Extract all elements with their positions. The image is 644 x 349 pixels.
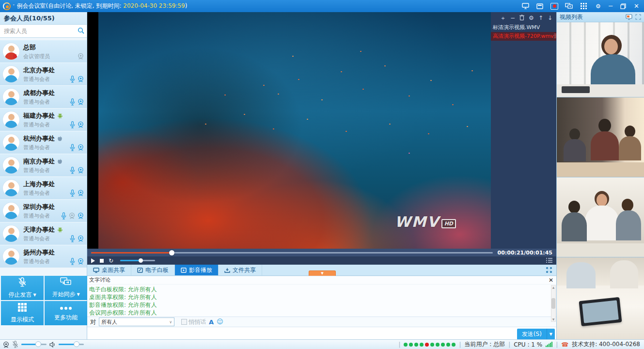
camera-icon[interactable] — [78, 167, 84, 174]
volume-slider[interactable] — [120, 260, 155, 261]
camera-status-icon[interactable] — [3, 341, 9, 348]
playlist-item[interactable]: 标清演示视频.WMV — [491, 23, 556, 32]
fullscreen-expand-icon[interactable] — [546, 265, 556, 275]
display-mode-button[interactable]: 显示模式 — [1, 301, 44, 325]
scrollbar-thumb[interactable] — [551, 298, 555, 309]
tab-whiteboard[interactable]: 电子白板 — [131, 265, 175, 275]
remove-icon[interactable]: − — [510, 15, 515, 21]
whisper-checkbox[interactable]: 悄悄话 — [181, 318, 206, 326]
video-display[interactable]: WMVHD — [87, 12, 491, 249]
participant-row[interactable]: 扬州办事处 普通与会者 — [0, 245, 87, 268]
camera-icon[interactable] — [78, 98, 84, 105]
start-sync-button[interactable]: 开始同步▼ — [45, 276, 87, 300]
move-down-icon[interactable]: ↓ — [548, 15, 552, 21]
mic-icon[interactable] — [70, 190, 75, 197]
chat-scrollbar[interactable]: ▲ ▼ — [551, 285, 556, 322]
search-icon[interactable] — [78, 27, 84, 35]
checkbox-icon[interactable] — [181, 319, 187, 325]
move-up-icon[interactable]: ↑ — [538, 15, 543, 21]
volume-handle[interactable] — [139, 258, 143, 263]
camera-icon[interactable] — [78, 121, 84, 128]
window-mode-icon[interactable] — [536, 3, 544, 10]
participant-row[interactable]: 天津办事处 普通与会者 — [0, 222, 87, 245]
minimize-icon[interactable]: ─ — [609, 3, 613, 10]
chat-close-icon[interactable]: ✕ — [549, 276, 553, 284]
collapse-panel-handle[interactable]: ▼ — [309, 270, 336, 276]
camera-off-icon[interactable] — [69, 212, 75, 219]
camera-icon[interactable] — [78, 190, 84, 196]
maximize-icon[interactable] — [619, 3, 627, 10]
stop-speaking-button[interactable]: 停止发言▼ — [1, 276, 44, 300]
tab-media-playback[interactable]: 影音播放 — [175, 265, 219, 275]
participant-list: 总部 会议管理员 北京办事处 普通与会者 成都办事处 — [0, 38, 87, 268]
participant-row[interactable]: 南京办事处 普通与会者 — [0, 154, 87, 177]
screen-share-icon[interactable] — [565, 3, 573, 10]
remote-video-thumbnail[interactable] — [557, 177, 644, 257]
presenter-view-icon[interactable] — [521, 3, 529, 10]
camera-icon[interactable] — [78, 76, 84, 82]
mic-muted-status-icon[interactable] — [12, 341, 18, 348]
scroll-up-icon[interactable]: ▲ — [552, 286, 555, 289]
add-icon[interactable]: ＋ — [500, 15, 506, 21]
expand-panel-icon[interactable] — [635, 14, 641, 20]
camera-icon[interactable] — [78, 212, 84, 219]
participant-row[interactable]: 上海办事处 普通与会者 — [0, 177, 87, 200]
participant-row[interactable]: 深圳办事处 普通与会者 — [0, 200, 87, 222]
mic-icon[interactable] — [70, 167, 75, 174]
mic-icon[interactable] — [70, 144, 75, 151]
search-input[interactable] — [3, 27, 78, 35]
app-menu-chevron-icon[interactable]: ˅ — [13, 4, 15, 9]
font-style-button[interactable]: A — [209, 318, 214, 326]
camera-icon[interactable] — [78, 258, 84, 265]
mic-volume-handle[interactable] — [35, 341, 41, 347]
chat-message: 会议同步权限: 允许所有人 — [89, 309, 550, 317]
participant-avatar — [3, 134, 19, 151]
play-button[interactable] — [91, 258, 95, 263]
gear-icon[interactable]: ⚙ — [529, 15, 534, 21]
send-options-caret-icon[interactable]: ▼ — [547, 329, 555, 340]
mic-icon[interactable] — [70, 121, 75, 128]
tab-file-share[interactable]: 文件共享 — [219, 265, 262, 275]
send-button[interactable]: 发送(S) ▼ — [517, 329, 555, 340]
participant-row[interactable]: 杭州办事处 普通与会者 — [0, 131, 87, 154]
mic-icon[interactable] — [61, 212, 66, 220]
speaker-volume-handle[interactable] — [74, 341, 79, 347]
remote-video-thumbnail[interactable] — [557, 257, 644, 339]
speaker-icon[interactable] — [49, 342, 56, 348]
speaker-volume-slider[interactable] — [59, 344, 84, 345]
playlist-item-selected[interactable]: 高清演示视频-720P.wmv删除 — [491, 32, 556, 41]
seek-handle[interactable] — [169, 250, 174, 255]
scroll-down-icon[interactable]: ▼ — [552, 317, 555, 321]
mic-volume-slider[interactable] — [21, 344, 47, 345]
mic-icon[interactable] — [70, 98, 75, 106]
camera-icon[interactable] — [78, 53, 84, 60]
mic-icon[interactable] — [70, 235, 75, 242]
tab-desktop-share[interactable]: 桌面共享 — [87, 265, 131, 275]
camera-icon[interactable] — [78, 144, 84, 151]
repeat-icon[interactable]: ↻ — [109, 258, 113, 264]
remote-video-thumbnail[interactable] — [557, 97, 644, 177]
more-functions-button[interactable]: 更多功能 — [45, 301, 87, 325]
mic-icon[interactable] — [70, 258, 75, 265]
seek-bar[interactable] — [91, 252, 493, 254]
stop-button[interactable] — [100, 259, 104, 263]
participant-row[interactable]: 北京办事处 普通与会者 — [0, 63, 87, 86]
mic-icon[interactable] — [70, 76, 75, 83]
playlist-toggle-icon[interactable] — [546, 257, 552, 264]
emoji-button[interactable]: ☺ — [217, 318, 223, 325]
video-wall-icon[interactable] — [626, 14, 632, 20]
layout-grid-icon[interactable] — [580, 3, 587, 10]
participant-row[interactable]: 成都办事处 普通与会者 — [0, 86, 87, 109]
camera-icon[interactable] — [78, 235, 84, 242]
recipient-select[interactable]: 所有人∨ — [99, 317, 174, 326]
remote-video-thumbnail[interactable] — [557, 22, 644, 97]
record-icon[interactable] — [550, 3, 558, 10]
participant-role: 普通与会者 — [23, 190, 50, 197]
close-icon[interactable]: ✕ — [634, 3, 639, 10]
playing-video-frame: WMVHD — [98, 12, 491, 249]
trash-icon[interactable] — [519, 15, 524, 21]
participant-row[interactable]: 福建办事处 普通与会者 — [0, 109, 87, 131]
participant-row[interactable]: 总部 会议管理员 — [0, 40, 87, 63]
connection-dot — [430, 343, 434, 347]
settings-gear-icon[interactable]: ⚙ — [594, 3, 602, 10]
